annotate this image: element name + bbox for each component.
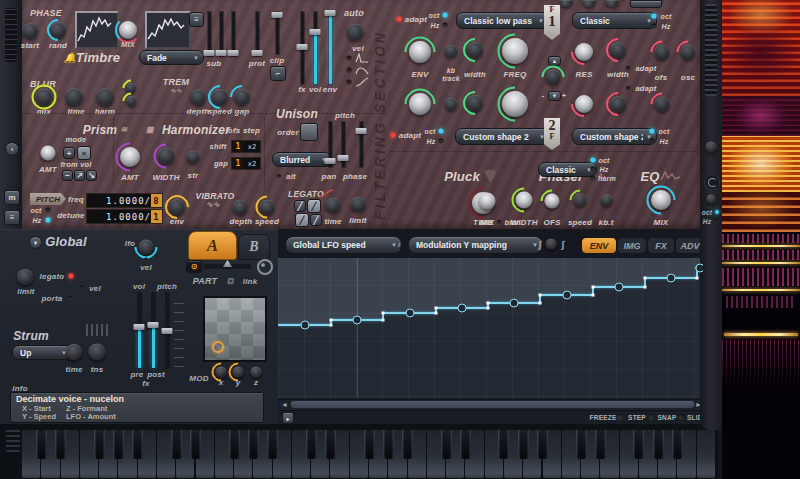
freq-spinner[interactable]: 1.0000/ 8: [86, 193, 163, 208]
step-corner-point[interactable]: [539, 302, 542, 305]
f2-right-oct-radio[interactable]: [650, 129, 655, 134]
black-key[interactable]: [441, 430, 452, 459]
hscroll-left-arrow[interactable]: ◄: [281, 401, 288, 408]
black-key[interactable]: [383, 430, 394, 459]
adapt-a-led[interactable]: [626, 66, 630, 70]
black-key[interactable]: [248, 430, 259, 459]
f1-right-hz-radio[interactable]: [652, 24, 657, 29]
step-mid-point[interactable]: [667, 274, 676, 283]
vel-curve-led-2[interactable]: [347, 68, 352, 73]
prism-mode-times-button[interactable]: ×: [77, 146, 91, 160]
tab-fx[interactable]: FX: [647, 237, 675, 254]
strum-time-knob[interactable]: [66, 344, 82, 360]
vol-slider-handle[interactable]: [310, 29, 321, 35]
auto-knob[interactable]: [347, 24, 364, 41]
step-corner-point[interactable]: [435, 312, 438, 315]
pitch-oct-radio[interactable]: [46, 208, 51, 213]
black-key[interactable]: [460, 430, 471, 459]
clip-slider-track[interactable]: [276, 12, 279, 54]
step-mid-point[interactable]: [405, 309, 414, 318]
slider-handle[interactable]: [228, 50, 239, 56]
white-key[interactable]: [697, 430, 716, 478]
prism-fromvol-up-button[interactable]: ↗: [74, 170, 85, 181]
phaser-kbt-knob[interactable]: [601, 194, 613, 206]
smooth-right-icon[interactable]: ∫: [562, 239, 565, 250]
clip-curve-button[interactable]: ⌐: [270, 66, 286, 81]
filter-mix-down-button[interactable]: ▼: [548, 91, 561, 101]
graph-play-button[interactable]: ▸: [282, 412, 294, 424]
black-key[interactable]: [94, 430, 105, 459]
step-corner-point[interactable]: [330, 324, 333, 327]
legato-slide-button-2[interactable]: ╱: [307, 199, 321, 213]
black-key[interactable]: [364, 430, 375, 459]
f2-hz-radio[interactable]: [439, 139, 444, 144]
step-corner-point[interactable]: [330, 319, 333, 322]
f1-preset-dropdown[interactable]: Classic▼: [572, 12, 657, 29]
slider-handle[interactable]: [216, 50, 227, 56]
timbre-menu-button[interactable]: ≡: [189, 12, 204, 27]
harmonizer-str-knob[interactable]: [187, 151, 200, 164]
vel-curve-icon-2[interactable]: [355, 65, 369, 75]
black-key[interactable]: [633, 430, 644, 459]
vel-curve-led-3[interactable]: [347, 80, 352, 85]
matrix-button[interactable]: m: [4, 190, 20, 205]
step-corner-point[interactable]: [592, 294, 595, 297]
prism-fromvol-down-button[interactable]: ↘: [86, 170, 97, 181]
black-key[interactable]: [229, 430, 240, 459]
step-corner-point[interactable]: [382, 319, 385, 322]
black-key[interactable]: [537, 430, 548, 459]
f2-kbtrack-knob[interactable]: [445, 98, 458, 111]
shift-spinner[interactable]: 1 x2: [231, 140, 261, 153]
f1-kbtrack-knob[interactable]: [445, 45, 458, 58]
step-mid-point[interactable]: [696, 264, 704, 273]
tab-img[interactable]: IMG: [617, 237, 647, 254]
f1-oct-radio[interactable]: [443, 13, 448, 18]
hscroll-thumb[interactable]: [291, 401, 694, 408]
sub-slider-handle[interactable]: [204, 50, 215, 56]
global-collapse-button[interactable]: ▾: [29, 236, 42, 249]
global-limit-knob[interactable]: [17, 269, 33, 285]
global-pitch-handle[interactable]: [162, 328, 173, 334]
rail-oct-radio[interactable]: [715, 210, 719, 214]
rail-hz-radio[interactable]: [715, 219, 719, 223]
mod-z-knob[interactable]: [251, 367, 262, 378]
black-key[interactable]: [190, 430, 201, 459]
step-mid-point[interactable]: [562, 291, 571, 300]
step-corner-point[interactable]: [487, 302, 490, 305]
global-legato-led[interactable]: [69, 274, 74, 279]
f2-shape-dropdown[interactable]: Custom shape 2▼: [455, 128, 550, 145]
step-corner-point[interactable]: [435, 307, 438, 310]
vel-curve-led-1[interactable]: [347, 56, 352, 61]
timbre-preset-dropdown[interactable]: Fade▼: [139, 50, 204, 65]
envelope-graph[interactable]: [278, 258, 703, 398]
part-power-button[interactable]: ⊙: [186, 260, 202, 273]
f1-adapt-led[interactable]: [397, 17, 402, 22]
global-vel-radio[interactable]: [80, 286, 85, 291]
f2-right-hz-radio[interactable]: [650, 139, 655, 144]
f2-oct-radio[interactable]: [439, 129, 444, 134]
step-mid-point[interactable]: [458, 304, 467, 313]
freeze-toggle[interactable]: [617, 414, 623, 420]
step-corner-point[interactable]: [487, 307, 490, 310]
timbre-display-1[interactable]: [75, 11, 119, 49]
pitch-hz-radio[interactable]: [46, 218, 51, 223]
rail-round-button[interactable]: ›: [5, 142, 19, 156]
f1-right-oct-radio[interactable]: [652, 14, 657, 19]
global-post-handle[interactable]: [148, 322, 159, 328]
timbre-display-2[interactable]: [145, 11, 191, 49]
f1-hz-radio[interactable]: [443, 23, 448, 28]
strum-tns-knob[interactable]: [89, 344, 106, 361]
black-key[interactable]: [306, 430, 317, 459]
black-key[interactable]: [402, 430, 413, 459]
strum-direction-dropdown[interactable]: Up▼: [12, 345, 72, 360]
part-a-tab[interactable]: A: [188, 231, 237, 260]
part-target-button[interactable]: [257, 259, 273, 275]
f1-type-dropdown[interactable]: Classic low pass▼: [456, 12, 549, 29]
black-key[interactable]: [132, 430, 143, 459]
snap-toggle[interactable]: [678, 414, 684, 420]
clip-slider-handle[interactable]: [272, 12, 283, 18]
step-toggle[interactable]: [648, 414, 654, 420]
unison-preset-dropdown[interactable]: Blurred▼: [272, 152, 332, 167]
f2-shape2-dropdown[interactable]: Custom shape 2▼: [572, 128, 657, 145]
vel-curve-icon-1[interactable]: [355, 53, 369, 63]
